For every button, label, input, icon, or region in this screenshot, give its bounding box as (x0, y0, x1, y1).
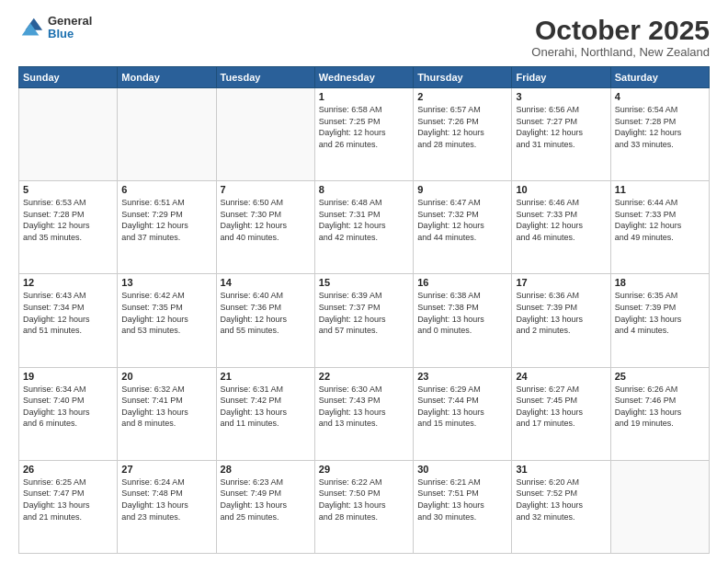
week-row-5: 26Sunrise: 6:25 AMSunset: 7:47 PMDayligh… (19, 460, 710, 553)
page: General Blue October 2025 Onerahi, North… (0, 0, 728, 563)
day-cell: 31Sunrise: 6:20 AMSunset: 7:52 PMDayligh… (512, 460, 610, 553)
day-cell: 9Sunrise: 6:47 AMSunset: 7:32 PMDaylight… (414, 181, 512, 274)
day-number: 30 (417, 464, 507, 475)
day-cell: 13Sunrise: 6:42 AMSunset: 7:35 PMDayligh… (118, 274, 216, 367)
day-cell: 16Sunrise: 6:38 AMSunset: 7:38 PMDayligh… (414, 274, 512, 367)
day-cell: 15Sunrise: 6:39 AMSunset: 7:37 PMDayligh… (314, 274, 413, 367)
day-info: Sunrise: 6:43 AMSunset: 7:34 PMDaylight:… (23, 290, 113, 336)
day-cell: 1Sunrise: 6:58 AMSunset: 7:25 PMDaylight… (314, 88, 413, 181)
day-info: Sunrise: 6:48 AMSunset: 7:31 PMDaylight:… (319, 197, 409, 243)
day-info: Sunrise: 6:38 AMSunset: 7:38 PMDaylight:… (417, 290, 507, 336)
day-cell (19, 88, 118, 181)
day-cell: 6Sunrise: 6:51 AMSunset: 7:29 PMDaylight… (118, 181, 216, 274)
day-info: Sunrise: 6:36 AMSunset: 7:39 PMDaylight:… (516, 290, 606, 336)
day-number: 9 (417, 184, 507, 195)
month-title: October 2025 (531, 15, 710, 45)
day-info: Sunrise: 6:24 AMSunset: 7:48 PMDaylight:… (121, 477, 211, 523)
day-number: 11 (615, 184, 705, 195)
title-block: October 2025 Onerahi, Northland, New Zea… (531, 15, 710, 59)
day-info: Sunrise: 6:56 AMSunset: 7:27 PMDaylight:… (516, 104, 606, 150)
day-info: Sunrise: 6:26 AMSunset: 7:46 PMDaylight:… (615, 384, 705, 430)
day-number: 18 (615, 277, 705, 288)
col-friday: Friday (512, 67, 610, 88)
day-cell: 14Sunrise: 6:40 AMSunset: 7:36 PMDayligh… (216, 274, 314, 367)
day-number: 10 (516, 184, 606, 195)
day-info: Sunrise: 6:42 AMSunset: 7:35 PMDaylight:… (121, 290, 211, 336)
day-number: 8 (319, 184, 409, 195)
day-info: Sunrise: 6:47 AMSunset: 7:32 PMDaylight:… (417, 197, 507, 243)
day-number: 22 (319, 371, 409, 382)
day-info: Sunrise: 6:23 AMSunset: 7:49 PMDaylight:… (221, 477, 311, 523)
day-number: 25 (615, 371, 705, 382)
day-info: Sunrise: 6:58 AMSunset: 7:25 PMDaylight:… (319, 104, 409, 150)
day-cell: 22Sunrise: 6:30 AMSunset: 7:43 PMDayligh… (314, 367, 413, 460)
day-cell: 2Sunrise: 6:57 AMSunset: 7:26 PMDaylight… (414, 88, 512, 181)
day-info: Sunrise: 6:21 AMSunset: 7:51 PMDaylight:… (417, 477, 507, 523)
day-number: 19 (23, 371, 113, 382)
logo-general-text: General (48, 15, 92, 28)
day-number: 29 (319, 464, 409, 475)
day-cell: 17Sunrise: 6:36 AMSunset: 7:39 PMDayligh… (512, 274, 610, 367)
day-info: Sunrise: 6:46 AMSunset: 7:33 PMDaylight:… (516, 197, 606, 243)
day-number: 16 (417, 277, 507, 288)
day-number: 7 (221, 184, 311, 195)
day-cell: 5Sunrise: 6:53 AMSunset: 7:28 PMDaylight… (19, 181, 118, 274)
day-cell: 4Sunrise: 6:54 AMSunset: 7:28 PMDaylight… (610, 88, 709, 181)
day-cell: 26Sunrise: 6:25 AMSunset: 7:47 PMDayligh… (19, 460, 118, 553)
day-cell: 24Sunrise: 6:27 AMSunset: 7:45 PMDayligh… (512, 367, 610, 460)
day-cell: 30Sunrise: 6:21 AMSunset: 7:51 PMDayligh… (414, 460, 512, 553)
col-sunday: Sunday (19, 67, 118, 88)
day-cell: 11Sunrise: 6:44 AMSunset: 7:33 PMDayligh… (610, 181, 709, 274)
day-info: Sunrise: 6:30 AMSunset: 7:43 PMDaylight:… (319, 384, 409, 430)
day-cell: 7Sunrise: 6:50 AMSunset: 7:30 PMDaylight… (216, 181, 314, 274)
day-number: 4 (615, 91, 705, 102)
day-cell: 3Sunrise: 6:56 AMSunset: 7:27 PMDaylight… (512, 88, 610, 181)
day-cell (216, 88, 314, 181)
week-row-1: 1Sunrise: 6:58 AMSunset: 7:25 PMDaylight… (19, 88, 710, 181)
day-info: Sunrise: 6:20 AMSunset: 7:52 PMDaylight:… (516, 477, 606, 523)
day-info: Sunrise: 6:29 AMSunset: 7:44 PMDaylight:… (417, 384, 507, 430)
day-info: Sunrise: 6:25 AMSunset: 7:47 PMDaylight:… (23, 477, 113, 523)
col-tuesday: Tuesday (216, 67, 314, 88)
day-number: 28 (221, 464, 311, 475)
week-row-2: 5Sunrise: 6:53 AMSunset: 7:28 PMDaylight… (19, 181, 710, 274)
day-cell: 25Sunrise: 6:26 AMSunset: 7:46 PMDayligh… (610, 367, 709, 460)
day-cell (118, 88, 216, 181)
day-number: 13 (121, 277, 211, 288)
logo-icon (18, 15, 44, 40)
day-number: 14 (221, 277, 311, 288)
col-thursday: Thursday (414, 67, 512, 88)
day-info: Sunrise: 6:35 AMSunset: 7:39 PMDaylight:… (615, 290, 705, 336)
day-info: Sunrise: 6:31 AMSunset: 7:42 PMDaylight:… (221, 384, 311, 430)
col-monday: Monday (118, 67, 216, 88)
day-cell: 21Sunrise: 6:31 AMSunset: 7:42 PMDayligh… (216, 367, 314, 460)
day-number: 3 (516, 91, 606, 102)
day-info: Sunrise: 6:34 AMSunset: 7:40 PMDaylight:… (23, 384, 113, 430)
day-number: 12 (23, 277, 113, 288)
col-wednesday: Wednesday (314, 67, 413, 88)
day-cell: 29Sunrise: 6:22 AMSunset: 7:50 PMDayligh… (314, 460, 413, 553)
day-cell: 18Sunrise: 6:35 AMSunset: 7:39 PMDayligh… (610, 274, 709, 367)
calendar-header-row: Sunday Monday Tuesday Wednesday Thursday… (19, 67, 710, 88)
col-saturday: Saturday (610, 67, 709, 88)
day-number: 23 (417, 371, 507, 382)
day-info: Sunrise: 6:40 AMSunset: 7:36 PMDaylight:… (221, 290, 311, 336)
day-number: 26 (23, 464, 113, 475)
logo-text: General Blue (48, 15, 92, 41)
day-number: 17 (516, 277, 606, 288)
day-cell: 19Sunrise: 6:34 AMSunset: 7:40 PMDayligh… (19, 367, 118, 460)
day-info: Sunrise: 6:32 AMSunset: 7:41 PMDaylight:… (121, 384, 211, 430)
day-cell: 28Sunrise: 6:23 AMSunset: 7:49 PMDayligh… (216, 460, 314, 553)
day-number: 20 (121, 371, 211, 382)
day-cell (610, 460, 709, 553)
day-info: Sunrise: 6:44 AMSunset: 7:33 PMDaylight:… (615, 197, 705, 243)
day-number: 1 (319, 91, 409, 102)
header: General Blue October 2025 Onerahi, North… (18, 15, 710, 59)
day-cell: 23Sunrise: 6:29 AMSunset: 7:44 PMDayligh… (414, 367, 512, 460)
day-cell: 12Sunrise: 6:43 AMSunset: 7:34 PMDayligh… (19, 274, 118, 367)
day-info: Sunrise: 6:50 AMSunset: 7:30 PMDaylight:… (221, 197, 311, 243)
day-info: Sunrise: 6:53 AMSunset: 7:28 PMDaylight:… (23, 197, 113, 243)
day-number: 6 (121, 184, 211, 195)
day-number: 21 (221, 371, 311, 382)
day-info: Sunrise: 6:54 AMSunset: 7:28 PMDaylight:… (615, 104, 705, 150)
